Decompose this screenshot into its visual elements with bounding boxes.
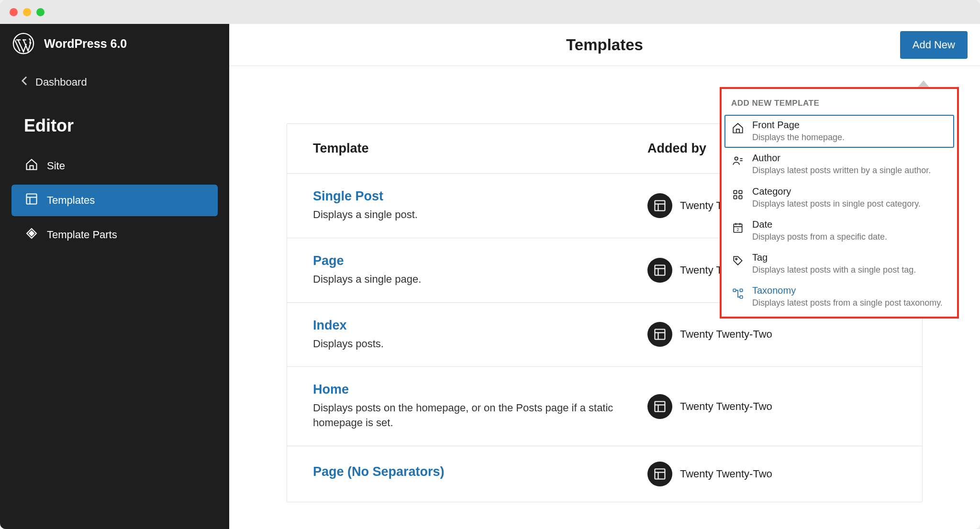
dropdown-item-desc: Displays latest posts in single post cat… [752,198,947,209]
added-by-cell: Twenty Twenty-Two [647,462,896,486]
svg-rect-1 [27,194,37,204]
theme-badge-icon [647,462,672,486]
topbar: Templates Add New [229,24,980,66]
svg-rect-6 [655,200,665,210]
theme-badge-icon [647,322,672,347]
template-description: Displays a single page. [313,272,647,287]
home-icon [25,158,38,174]
svg-rect-12 [655,330,665,340]
theme-name: Twenty Twenty-Two [680,328,772,341]
add-new-button[interactable]: Add New [900,31,968,59]
app-title: WordPress 6.0 [44,37,127,51]
svg-rect-23 [739,190,742,194]
dropdown-item-author[interactable]: Author Displays latest posts written by … [724,148,954,181]
theme-badge-icon [647,258,672,283]
dropdown-item-text: Taxonomy Displays latest posts from a si… [752,285,947,309]
svg-rect-15 [655,401,665,411]
theme-badge-icon [647,394,672,419]
dropdown-item-taxonomy[interactable]: Taxonomy Displays latest posts from a si… [724,280,954,313]
theme-name: Twenty Twenty-Two [680,400,772,413]
template-description: Displays posts. [313,337,647,352]
wordpress-logo-icon [12,33,34,55]
window-close-button[interactable] [10,8,18,16]
layout-icon [25,192,38,209]
dropdown-item-title: Author [752,153,947,164]
template-parts-icon [25,227,38,243]
sidebar-header: WordPress 6.0 [0,24,229,69]
back-to-dashboard-link[interactable]: Dashboard [0,69,229,96]
svg-point-21 [735,157,738,161]
dropdown-item-desc: Displays the homepage. [752,132,947,143]
dropdown-item-tag[interactable]: Tag Displays latest posts with a single … [724,247,954,280]
sidebar-item-label: Templates [47,194,95,207]
template-description: Displays posts on the homepage, or on th… [313,401,647,430]
added-by-cell: Twenty Twenty-Two [647,394,896,419]
back-link-label: Dashboard [35,76,87,88]
window-maximize-button[interactable] [36,8,45,16]
category-icon [731,188,745,201]
added-by-cell: Twenty Twenty-Two [647,322,896,347]
template-cell: Single Post Displays a single post. [313,189,647,222]
sidebar-heading: Editor [0,96,229,150]
page-title: Templates [566,36,643,54]
sidebar-nav: Site Templates Template Parts [0,150,229,253]
dropdown-item-date[interactable]: 2 Date Displays posts from a specific da… [724,214,954,247]
app-window: WordPress 6.0 Dashboard Editor Site [0,0,980,529]
template-name-link[interactable]: Index [313,318,647,333]
svg-text:2: 2 [737,227,739,231]
dropdown-item-text: Category Displays latest posts in single… [752,186,947,209]
template-cell: Page (No Separators) [313,464,647,483]
svg-rect-22 [734,190,737,194]
svg-rect-34 [740,296,742,298]
taxonomy-icon [731,287,745,300]
calendar-icon: 2 [731,221,745,234]
template-cell: Index Displays posts. [313,318,647,352]
svg-rect-9 [655,265,665,275]
dropdown-item-text: Author Displays latest posts written by … [752,153,947,176]
dropdown-item-title: Date [752,219,947,230]
template-name-link[interactable]: Page [313,253,647,268]
svg-rect-32 [733,289,735,292]
svg-rect-24 [734,196,737,199]
theme-badge-icon [647,193,672,218]
sidebar-item-templates[interactable]: Templates [11,185,218,216]
author-icon [731,154,745,168]
main-content: Templates Add New Template Added by Sing… [229,24,980,529]
dropdown-item-text: Tag Displays latest posts with a single … [752,252,947,276]
tag-icon [731,254,745,267]
chevron-left-icon [21,76,28,89]
dropdown-item-title: Front Page [752,120,947,131]
theme-name: Twenty Twenty-Two [680,468,772,480]
table-row: Page (No Separators) Twenty Twenty-Two [287,446,922,502]
template-name-link[interactable]: Single Post [313,189,647,204]
dropdown-item-desc: Displays latest posts with a single post… [752,264,947,276]
dropdown-item-title: Tag [752,252,947,263]
sidebar-item-template-parts[interactable]: Template Parts [11,219,218,251]
dropdown-item-title: Category [752,186,947,197]
dropdown-item-title: Taxonomy [752,285,947,296]
template-cell: Home Displays posts on the homepage, or … [313,382,647,430]
template-name-link[interactable]: Home [313,382,647,397]
window-titlebar [0,0,980,24]
dropdown-item-desc: Displays latest posts from a single post… [752,297,947,309]
column-header-template: Template [313,141,647,156]
svg-rect-5 [29,231,34,236]
dropdown-item-text: Front Page Displays the homepage. [752,120,947,143]
dropdown-item-category[interactable]: Category Displays latest posts in single… [724,181,954,214]
dropdown-heading: Add New Template [724,92,954,115]
svg-point-31 [735,258,737,260]
dropdown-item-desc: Displays latest posts written by a singl… [752,165,947,176]
dropdown-item-text: Date Displays posts from a specific date… [752,219,947,242]
template-name-link[interactable]: Page (No Separators) [313,464,647,479]
window-minimize-button[interactable] [23,8,31,16]
svg-rect-18 [655,469,665,479]
template-cell: Page Displays a single page. [313,253,647,287]
sidebar-item-site[interactable]: Site [11,150,218,182]
sidebar-item-label: Template Parts [47,229,117,241]
sidebar-item-label: Site [47,160,65,172]
dropdown-item-desc: Displays posts from a specific date. [752,231,947,242]
app-body: WordPress 6.0 Dashboard Editor Site [0,24,980,529]
dropdown-item-front-page[interactable]: Front Page Displays the homepage. [724,115,954,148]
template-description: Displays a single post. [313,208,647,222]
home-icon [731,121,745,135]
